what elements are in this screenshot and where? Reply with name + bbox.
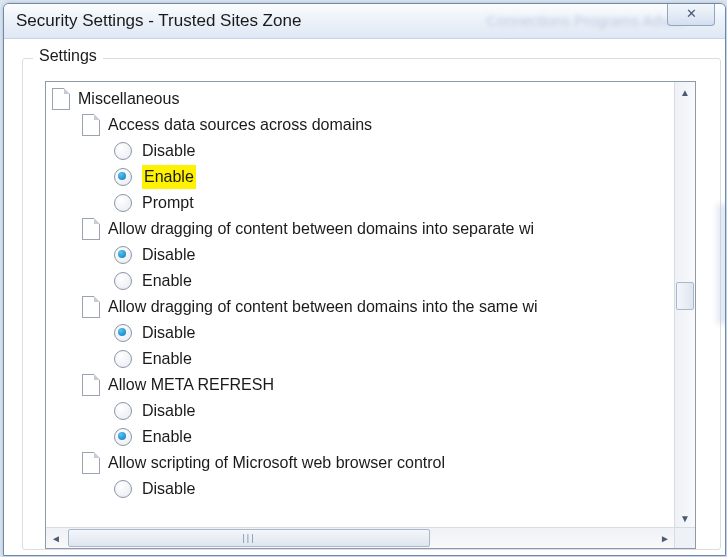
page-icon <box>82 218 100 240</box>
option-label: Enable <box>142 269 192 294</box>
tree-option-2-1[interactable]: Enable <box>52 346 673 372</box>
close-button[interactable]: ✕ <box>667 3 715 26</box>
radio-button[interactable] <box>114 324 132 342</box>
option-label: Enable <box>142 347 192 372</box>
tree-option-4-0[interactable]: Disable <box>52 476 673 502</box>
page-icon <box>52 88 70 110</box>
setting-label: Allow dragging of content between domain… <box>108 295 538 320</box>
radio-button[interactable] <box>114 272 132 290</box>
option-label: Disable <box>142 399 195 424</box>
setting-label: Allow META REFRESH <box>108 373 274 398</box>
scrollbar-corner <box>674 527 695 548</box>
tree-option-3-1[interactable]: Enable <box>52 424 673 450</box>
tree-category-miscellaneous: Miscellaneous <box>52 86 673 112</box>
tree-option-1-1[interactable]: Enable <box>52 268 673 294</box>
horizontal-scrollbar[interactable]: ◄ ||| ► <box>46 527 675 548</box>
dialog-window: Security Settings - Trusted Sites Zone C… <box>3 3 726 556</box>
radio-button[interactable] <box>114 194 132 212</box>
scroll-left-arrow-icon[interactable]: ◄ <box>46 528 66 548</box>
page-icon <box>82 452 100 474</box>
setting-label: Allow scripting of Microsoft web browser… <box>108 451 445 476</box>
radio-button[interactable] <box>114 142 132 160</box>
vertical-scrollbar[interactable]: ▲ ▼ <box>674 82 695 528</box>
option-label: Enable <box>142 165 196 190</box>
page-icon <box>82 114 100 136</box>
option-label: Prompt <box>142 191 194 216</box>
page-icon <box>82 296 100 318</box>
option-label: Disable <box>142 477 195 502</box>
groupbox-label: Settings <box>33 47 103 65</box>
option-label: Disable <box>142 139 195 164</box>
radio-button[interactable] <box>114 480 132 498</box>
background-tabs-blur: Connections Programs Advan <box>487 12 685 29</box>
tree-option-3-0[interactable]: Disable <box>52 398 673 424</box>
tree-option-1-0[interactable]: Disable <box>52 242 673 268</box>
setting-label: Access data sources across domains <box>108 113 372 138</box>
tree-option-0-1[interactable]: Enable <box>52 164 673 190</box>
horizontal-scroll-thumb[interactable]: ||| <box>68 529 430 547</box>
scroll-grip-icon: ||| <box>242 533 255 543</box>
window-title: Security Settings - Trusted Sites Zone <box>16 11 301 31</box>
client-area: Settings MiscellaneousAccess data source… <box>18 58 725 555</box>
category-label: Miscellaneous <box>78 87 179 112</box>
radio-button[interactable] <box>114 428 132 446</box>
radio-button[interactable] <box>114 350 132 368</box>
scroll-right-arrow-icon[interactable]: ► <box>655 528 675 548</box>
titlebar: Security Settings - Trusted Sites Zone C… <box>4 4 725 39</box>
settings-tree[interactable]: MiscellaneousAccess data sources across … <box>46 82 675 528</box>
settings-groupbox: Settings MiscellaneousAccess data source… <box>22 58 721 550</box>
tree-setting-0: Access data sources across domains <box>52 112 673 138</box>
close-icon: ✕ <box>686 6 697 21</box>
radio-button[interactable] <box>114 246 132 264</box>
settings-tree-container: MiscellaneousAccess data sources across … <box>45 81 696 549</box>
tree-setting-3: Allow META REFRESH <box>52 372 673 398</box>
tree-setting-1: Allow dragging of content between domain… <box>52 216 673 242</box>
tree-setting-4: Allow scripting of Microsoft web browser… <box>52 450 673 476</box>
scroll-down-arrow-icon[interactable]: ▼ <box>675 508 695 528</box>
option-label: Enable <box>142 425 192 450</box>
tree-option-2-0[interactable]: Disable <box>52 320 673 346</box>
radio-button[interactable] <box>114 402 132 420</box>
radio-button[interactable] <box>114 168 132 186</box>
tree-option-0-0[interactable]: Disable <box>52 138 673 164</box>
option-label: Disable <box>142 321 195 346</box>
page-icon <box>82 374 100 396</box>
scroll-up-arrow-icon[interactable]: ▲ <box>675 82 695 102</box>
setting-label: Allow dragging of content between domain… <box>108 217 534 242</box>
option-label: Disable <box>142 243 195 268</box>
vertical-scroll-thumb[interactable] <box>676 282 694 310</box>
tree-setting-2: Allow dragging of content between domain… <box>52 294 673 320</box>
tree-option-0-2[interactable]: Prompt <box>52 190 673 216</box>
